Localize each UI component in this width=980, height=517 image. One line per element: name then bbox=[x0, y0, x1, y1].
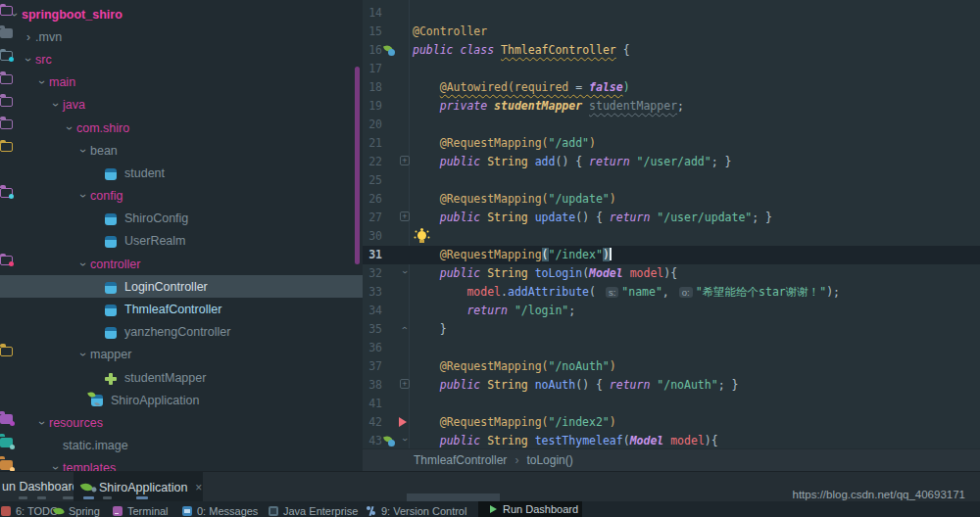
tree-item-studentMapper[interactable]: studentMapper bbox=[0, 366, 363, 389]
folder-icon bbox=[0, 119, 13, 129]
tree-item-bean[interactable]: ›bean bbox=[0, 139, 363, 162]
tree-item-.mvn[interactable]: ›.mvn bbox=[0, 25, 363, 48]
statusbar-run-dashboard[interactable]: Run Dashboard bbox=[478, 501, 582, 517]
folder-gear-teal-icon bbox=[0, 188, 13, 198]
breadcrumb-method[interactable]: toLogin() bbox=[526, 453, 572, 467]
chevron-down-icon[interactable]: › bbox=[76, 189, 90, 203]
project-tree[interactable]: ›springboot_shiro›.mvn›src›main›java›com… bbox=[0, 0, 363, 473]
tree-item-ShiroConfig[interactable]: ShiroConfig bbox=[0, 208, 363, 230]
mapper-icon bbox=[104, 371, 119, 385]
statusbar-item-terminal[interactable]: Terminal bbox=[113, 505, 169, 517]
breadcrumb-class[interactable]: ThmleafController bbox=[414, 453, 507, 467]
folder-mvn-icon bbox=[0, 28, 13, 38]
tree-item-ThmleafController[interactable]: ThmleafController bbox=[0, 298, 363, 320]
code-line-25[interactable]: 25 bbox=[363, 171, 980, 190]
chevron-down-icon[interactable]: › bbox=[76, 258, 90, 271]
tree-item-static.image[interactable]: static.image bbox=[0, 435, 363, 457]
panel-dash bbox=[37, 496, 46, 499]
code-line-30[interactable]: 30 bbox=[363, 227, 980, 246]
code-line-31[interactable]: 31 @RequestMapping("/index") bbox=[363, 246, 980, 264]
code-line-19[interactable]: 19 private studentMapper studentMapper; bbox=[363, 97, 980, 116]
fold-open-icon[interactable]: › bbox=[400, 435, 410, 445]
chevron-down-icon[interactable]: › bbox=[35, 416, 49, 430]
code-editor[interactable]: 1415@Controller16public class ThmleafCon… bbox=[363, 0, 980, 473]
code-text: return "/login"; bbox=[413, 304, 575, 317]
spring-boot-run-icon bbox=[80, 481, 94, 493]
panel-dash bbox=[103, 496, 112, 499]
code-line-33[interactable]: 33 model.addAttribute( s:"name", o:"希望能给… bbox=[363, 283, 980, 302]
statusbar-item-spring-leaf[interactable]: Spring bbox=[54, 505, 100, 517]
code-line-41[interactable]: 41 bbox=[363, 395, 980, 413]
class-boot-icon bbox=[90, 394, 105, 407]
statusbar-item-label: Spring bbox=[69, 505, 100, 517]
code-line-20[interactable]: 20 bbox=[363, 116, 980, 134]
tree-item-student[interactable]: student bbox=[0, 162, 363, 184]
line-number: 22 bbox=[365, 155, 382, 168]
code-line-27[interactable]: 27+ public String update() { return "/us… bbox=[363, 209, 980, 227]
tree-item-ShiroApplication[interactable]: ShiroApplication bbox=[0, 389, 363, 411]
tree-item-mapper[interactable]: ›mapper bbox=[0, 344, 363, 366]
statusbar-item-version-control[interactable]: 9: Version Control bbox=[367, 505, 466, 517]
chevron-down-icon[interactable]: › bbox=[49, 98, 63, 112]
tree-item-main[interactable]: ›main bbox=[0, 71, 363, 94]
chevron-down-icon[interactable]: › bbox=[76, 348, 90, 361]
chevron-right-icon[interactable]: › bbox=[22, 30, 35, 44]
tree-item-yanzhengController[interactable]: yanzhengController bbox=[0, 321, 363, 344]
tree-item-config[interactable]: ›config bbox=[0, 185, 363, 208]
panel-dash bbox=[63, 496, 74, 499]
tree-item-controller[interactable]: ›controller bbox=[0, 253, 363, 275]
fold-open-icon[interactable]: › bbox=[400, 267, 410, 277]
statusbar-item-label: Java Enterprise bbox=[283, 505, 358, 517]
fold-plus-icon[interactable]: + bbox=[400, 379, 410, 389]
line-number: 26 bbox=[365, 192, 382, 206]
tree-item-UserRealm[interactable]: UserRealm bbox=[0, 230, 363, 253]
bulb-icon[interactable] bbox=[417, 231, 426, 240]
tree-item-com.shiro[interactable]: ›com.shiro bbox=[0, 117, 363, 139]
line-number: 37 bbox=[365, 359, 382, 373]
code-line-34[interactable]: 34 return "/login"; bbox=[363, 302, 980, 320]
folder-root-icon bbox=[0, 6, 13, 16]
tree-item-src[interactable]: ›src bbox=[0, 48, 363, 70]
tree-scrollbar[interactable] bbox=[355, 67, 360, 264]
code-line-37[interactable]: 37 @RequestMapping("/noAuth") bbox=[363, 357, 980, 376]
chevron-down-icon[interactable]: › bbox=[35, 75, 49, 89]
statusbar-item-java-enterprise[interactable]: Java Enterprise bbox=[269, 505, 358, 517]
tree-item-LoginController[interactable]: LoginController bbox=[0, 275, 363, 298]
code-line-16[interactable]: 16public class ThmleafController { bbox=[363, 41, 980, 60]
chevron-down-icon[interactable]: › bbox=[22, 53, 35, 67]
code-text: @Autowired(required = false) bbox=[413, 80, 630, 94]
line-number: 25 bbox=[365, 173, 382, 187]
code-line-15[interactable]: 15@Controller bbox=[363, 23, 980, 41]
close-icon[interactable]: × bbox=[195, 481, 202, 494]
spring-bean-icon[interactable] bbox=[384, 45, 396, 57]
fold-plus-icon[interactable]: + bbox=[400, 212, 410, 221]
tree-item-java[interactable]: ›java bbox=[0, 94, 363, 117]
code-line-14[interactable]: 14 bbox=[363, 4, 980, 23]
code-line-32[interactable]: 32› public String toLogin(Model model){ bbox=[363, 264, 980, 283]
fold-plus-icon[interactable]: + bbox=[400, 156, 410, 165]
code-line-36[interactable]: 36 bbox=[363, 339, 980, 357]
tree-item-resources[interactable]: ›resources bbox=[0, 411, 363, 434]
code-line-21[interactable]: 21 @RequestMapping("/add") bbox=[363, 134, 980, 153]
code-text: @RequestMapping("/index") bbox=[413, 248, 612, 261]
statusbar-item-messages[interactable]: 0: Messages bbox=[182, 505, 258, 517]
code-line-17[interactable]: 17 bbox=[363, 60, 980, 78]
code-line-22[interactable]: 22+ public String add() { return "/user/… bbox=[363, 153, 980, 171]
code-line-42[interactable]: 42 @RequestMapping("/index2") bbox=[363, 413, 980, 432]
spring-bean-icon[interactable] bbox=[384, 436, 396, 447]
code-line-38[interactable]: 38+ public String noAuth() { return "/no… bbox=[363, 376, 980, 395]
line-number: 33 bbox=[365, 285, 382, 299]
code-line-26[interactable]: 26 @RequestMapping("/update") bbox=[363, 190, 980, 209]
chevron-down-icon[interactable]: › bbox=[76, 144, 90, 158]
tree-item-label: controller bbox=[90, 258, 140, 271]
code-line-18[interactable]: 18 @Autowired(required = false) bbox=[363, 78, 980, 97]
statusbar-item-label: Terminal bbox=[127, 505, 169, 517]
tree-item-label: resources bbox=[49, 416, 103, 430]
fold-close-icon[interactable]: › bbox=[400, 323, 410, 333]
code-text: public String add() { return "/user/add"… bbox=[413, 155, 732, 168]
code-line-35[interactable]: 35› } bbox=[363, 320, 980, 339]
statusbar-item-todo[interactable]: 6: TODO bbox=[4, 505, 59, 517]
chevron-down-icon[interactable]: › bbox=[63, 121, 76, 135]
bookmark-icon[interactable] bbox=[399, 417, 407, 427]
tree-item-springboot_shiro[interactable]: ›springboot_shiro bbox=[0, 3, 363, 25]
